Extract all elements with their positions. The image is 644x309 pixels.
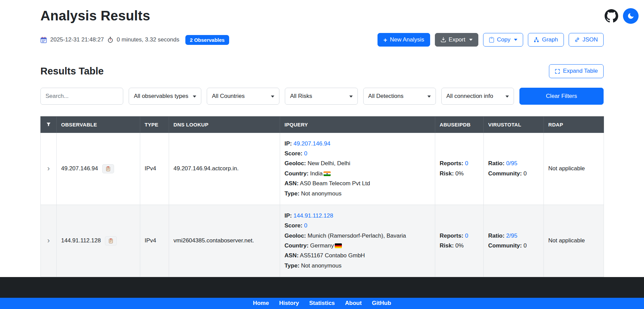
anonymity-value: Not anonymous <box>301 262 342 269</box>
field-label: IP: <box>284 212 292 219</box>
chevron-right-icon: › <box>47 164 50 173</box>
virustotal-cell: Ratio: 0/95 Community: 0 <box>484 133 544 205</box>
expand-table-button[interactable]: Expand Table <box>549 64 604 78</box>
footer-link-about[interactable]: About <box>345 300 362 307</box>
connection-info-filter[interactable]: All connection info <box>441 88 514 105</box>
stopwatch-icon <box>107 37 113 43</box>
dark-mode-toggle[interactable] <box>623 8 639 24</box>
table-row: › 144.91.112.128 <box>41 205 604 277</box>
risk-value: 0% <box>455 242 464 249</box>
new-analysis-label: New Analysis <box>390 36 424 43</box>
column-header-rdap: RDAP <box>544 116 604 133</box>
field-label: Geoloc: <box>284 160 306 167</box>
calendar-icon <box>40 37 47 43</box>
risk-filter[interactable]: All Risks <box>285 88 357 105</box>
field-label: Score: <box>284 150 302 157</box>
country-filter[interactable]: All Countries <box>207 88 279 105</box>
action-toolbar: + New Analysis Export <box>378 33 604 47</box>
chevron-right-icon: › <box>47 236 50 245</box>
clear-filters-button[interactable]: Clear Filters <box>519 88 604 105</box>
plus-icon: + <box>383 37 387 43</box>
analysis-meta-row: 2025-12-31 21:48:27 0 minutes, 3.32 seco… <box>40 33 604 47</box>
observable-type-filter[interactable]: All observables types <box>129 88 201 105</box>
score-link[interactable]: 0 <box>304 150 307 157</box>
score-link[interactable]: 0 <box>304 222 307 229</box>
download-icon <box>441 37 446 42</box>
table-row: › 49.207.146.94 <box>41 133 604 205</box>
footer-link-history[interactable]: History <box>279 300 299 307</box>
row-expand-button[interactable]: › <box>45 164 52 173</box>
row-expand-button[interactable]: › <box>45 236 52 245</box>
clipboard-icon <box>108 238 113 243</box>
column-header-observable: OBSERVABLE <box>57 116 140 133</box>
observable-value: 49.207.146.94 <box>61 165 98 172</box>
results-table: OBSERVABLE TYPE DNS LOOKUP IPQUERY ABUSE… <box>40 116 604 277</box>
moon-icon <box>627 12 634 20</box>
expand-icon <box>555 69 560 74</box>
reports-link[interactable]: 0 <box>465 233 468 239</box>
page-header: Analysis Results <box>40 8 604 23</box>
new-analysis-button[interactable]: + New Analysis <box>378 33 430 47</box>
diagram-icon <box>534 37 539 42</box>
field-label: Country: <box>284 170 309 177</box>
geoloc-value: Munich (Ramersdorf-Perlach), Bavaria <box>308 233 406 239</box>
results-header: Results Table Expand Table <box>40 64 604 78</box>
field-label: Type: <box>284 262 299 269</box>
field-label: ASN: <box>284 252 299 259</box>
search-input[interactable] <box>40 88 123 105</box>
column-header-type: TYPE <box>140 116 169 133</box>
column-filter-toggle[interactable] <box>41 116 57 133</box>
graph-label: Graph <box>542 36 558 43</box>
germany-flag-icon <box>335 243 342 248</box>
ip-link[interactable]: 49.207.146.94 <box>293 140 330 147</box>
analysis-datetime: 2025-12-31 21:48:27 <box>50 36 104 43</box>
footer-nav: Home History Statistics About GitHub <box>0 298 644 309</box>
export-label: Export <box>449 36 465 43</box>
copy-button[interactable]: Copy <box>483 33 523 47</box>
footer-link-statistics[interactable]: Statistics <box>309 300 335 307</box>
ipquery-cell: IP: 49.207.146.94 Score: 0 Geoloc: New D… <box>280 133 435 205</box>
column-header-virustotal: VIRUSTOTAL <box>484 116 544 133</box>
virustotal-cell: Ratio: 2/95 Community: 0 <box>484 205 544 277</box>
column-header-dns-lookup: DNS LOOKUP <box>169 116 280 133</box>
observable-type: IPv4 <box>140 205 169 277</box>
rdap-value: Not applicable <box>544 205 604 277</box>
observable-type: IPv4 <box>140 133 169 205</box>
field-label: Risk: <box>440 242 454 249</box>
expand-table-label: Expand Table <box>563 68 598 74</box>
asn-value: AS0 Beam Telecom Pvt Ltd <box>300 180 370 187</box>
field-label: Risk: <box>440 170 454 177</box>
ip-link[interactable]: 144.91.112.128 <box>293 212 333 219</box>
country-value: India <box>310 170 323 177</box>
field-label: Score: <box>284 222 302 229</box>
footer-link-github[interactable]: GitHub <box>372 300 391 307</box>
chevron-down-icon <box>514 39 517 41</box>
ratio-link[interactable]: 0/95 <box>506 160 517 167</box>
detections-filter[interactable]: All Detections <box>363 88 436 105</box>
json-button[interactable]: JSON <box>569 33 604 47</box>
ratio-link[interactable]: 2/95 <box>506 233 517 239</box>
clipboard-icon <box>489 37 494 42</box>
column-header-abuseipdb: ABUSEIPDB <box>435 116 484 133</box>
observables-badge: 2 Observables <box>185 35 229 45</box>
reports-link[interactable]: 0 <box>465 160 468 167</box>
filters-row: All observables types All Countries All … <box>40 88 604 105</box>
graph-button[interactable]: Graph <box>528 33 564 47</box>
export-button[interactable]: Export <box>435 33 478 47</box>
table-header-row: OBSERVABLE TYPE DNS LOOKUP IPQUERY ABUSE… <box>41 116 604 133</box>
field-label: Reports: <box>440 160 463 167</box>
copy-observable-button[interactable] <box>105 236 117 245</box>
dns-lookup-value: vmi2604385.contaboserver.net. <box>169 205 280 277</box>
country-value: Germany <box>310 242 334 249</box>
geoloc-value: New Delhi, Delhi <box>308 160 350 167</box>
footer <box>0 277 644 298</box>
footer-link-home[interactable]: Home <box>253 300 269 307</box>
github-icon[interactable] <box>605 9 618 23</box>
clipboard-icon <box>106 166 111 171</box>
link-icon <box>574 37 580 42</box>
asn-value: AS51167 Contabo GmbH <box>300 252 365 259</box>
copy-observable-button[interactable] <box>102 164 114 173</box>
chevron-down-icon <box>469 39 473 41</box>
field-label: IP: <box>284 140 292 147</box>
community-value: 0 <box>523 170 527 177</box>
